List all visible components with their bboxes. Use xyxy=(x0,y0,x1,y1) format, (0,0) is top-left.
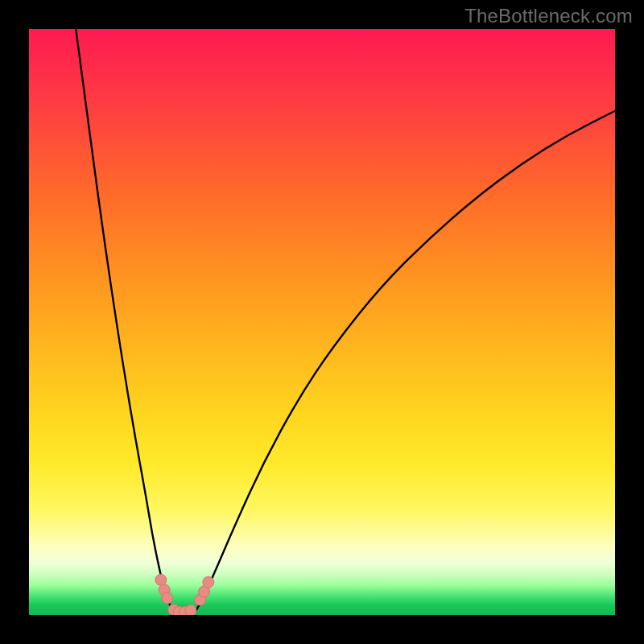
marker-trough-4 xyxy=(185,605,196,615)
curve-layer xyxy=(29,29,615,615)
watermark-text: TheBottleneck.com xyxy=(464,5,633,27)
plot-area xyxy=(29,29,615,615)
data-markers xyxy=(155,574,214,615)
series-right-branch xyxy=(193,111,615,614)
marker-right-cluster-top xyxy=(203,576,214,588)
marker-left-cluster-low xyxy=(162,592,173,604)
series-left-branch xyxy=(76,29,175,614)
bottleneck-curve xyxy=(76,29,615,614)
outer-frame: TheBottleneck.com xyxy=(0,0,644,644)
